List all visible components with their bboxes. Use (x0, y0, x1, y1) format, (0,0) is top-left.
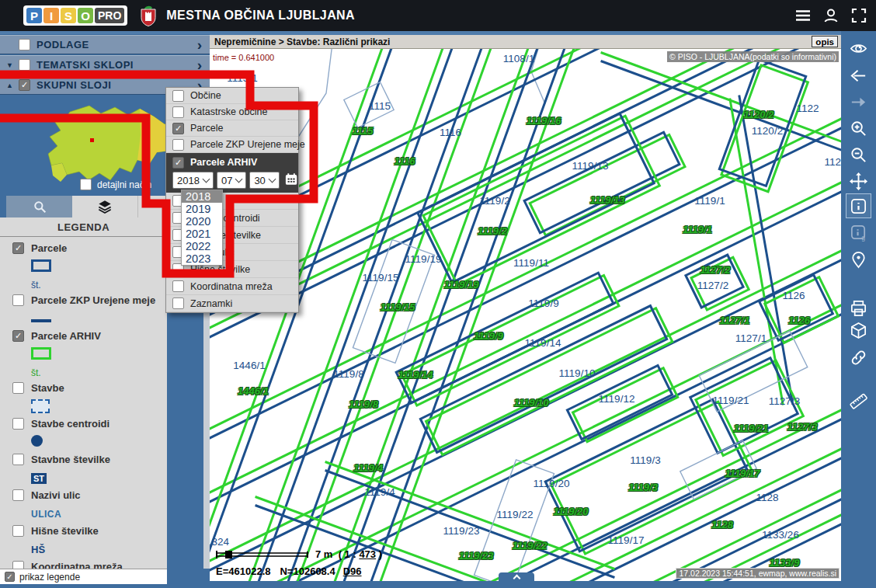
menu-item-label: Katastrske občine (190, 106, 267, 117)
layer-checkbox[interactable] (172, 297, 184, 309)
menu-item-parcele-zkp-urejene-meje[interactable]: Parcele ZKP Urejene meje (166, 137, 298, 153)
menu-item-koordinatna-mreža[interactable]: Koordinatna mreža (166, 278, 298, 295)
legend-item: ✓Parcelešt. (0, 237, 167, 289)
year-option-2019[interactable]: 2019 (182, 203, 222, 215)
detail-mode-checkbox[interactable] (80, 179, 92, 190)
layer-swatch (31, 347, 167, 363)
expand-triangle-icon[interactable]: ▲ (6, 82, 19, 89)
layer-checkbox[interactable] (12, 294, 24, 306)
layer-label[interactable]: Parcele ARHIV (31, 330, 101, 342)
expand-triangle-icon[interactable]: ▼ (6, 61, 19, 69)
identify-group-icon[interactable]: g (846, 220, 871, 245)
show-legend-checkbox[interactable]: ✓ (5, 572, 15, 582)
pan-icon[interactable] (846, 169, 871, 193)
layer-swatch (31, 311, 167, 325)
layer-label[interactable]: Stavbe (31, 382, 64, 394)
map-panel-collapse-tab[interactable] (499, 572, 534, 582)
sidebar-section-podlage[interactable]: PODLAGE› (0, 35, 210, 54)
year-option-2018[interactable]: 2018 (182, 190, 222, 203)
layer-checkbox[interactable] (12, 418, 24, 430)
scale-bar-graphic (216, 550, 309, 559)
datum-link[interactable]: D96 (343, 565, 362, 577)
zoom-in-icon[interactable] (846, 116, 871, 141)
section-checkbox[interactable] (19, 39, 30, 50)
svg-text:g: g (861, 234, 865, 242)
map-viewport[interactable]: 1108/11113/1111511161119/131119/21119/11… (210, 31, 841, 588)
layer-checkbox[interactable] (172, 280, 184, 292)
chevron-down-icon (235, 175, 243, 183)
menu-item-parcele-arhiv[interactable]: ✓Parcele ARHIV20180730 (166, 153, 298, 193)
year-select[interactable]: 2018 (172, 172, 214, 189)
tab-layers[interactable] (72, 196, 137, 217)
legend-item-row: ✓Parcele (12, 242, 167, 254)
menu-item-katastrske-občine[interactable]: Katastrske občine (166, 104, 298, 120)
layer-checkbox[interactable] (12, 489, 24, 501)
layer-checkbox[interactable]: ✓ (172, 123, 184, 134)
detail-mode-label: detajlni način (97, 179, 151, 190)
scale-ratio-link[interactable]: 473 (359, 548, 376, 560)
layer-checkbox[interactable] (12, 561, 24, 569)
timestamp-badge: 17.02.2023 15:44:51, ewmap, www.realis.s… (676, 568, 840, 579)
user-icon[interactable] (822, 6, 840, 25)
tab-search[interactable] (6, 196, 72, 217)
layer-label[interactable]: Hišne številke (31, 525, 99, 537)
section-checkbox[interactable]: ✓ (19, 79, 30, 91)
layer-checkbox[interactable]: ✓ (12, 242, 24, 254)
layer-checkbox[interactable] (172, 106, 184, 118)
piso-logo[interactable]: PISOPRO (23, 5, 127, 26)
year-option-2022[interactable]: 2022 (182, 240, 222, 252)
month-select[interactable]: 07 (217, 172, 246, 189)
share-link-icon[interactable] (846, 345, 871, 370)
zoom-out-icon[interactable] (846, 142, 871, 167)
menu-item-label: Zaznamki (190, 298, 232, 309)
opis-button[interactable]: opis (812, 36, 838, 47)
fullscreen-icon[interactable] (850, 6, 868, 25)
chevron-down-icon (202, 175, 210, 183)
legend-item: Nazivi ulicULICA (0, 484, 167, 520)
sidebar-sections: PODLAGE›▼TEMATSKI SKLOPI›▲✓SKUPNI SLOJI› (0, 35, 210, 95)
history-forward-icon[interactable] (846, 89, 871, 114)
menu-item-parcele[interactable]: ✓Parcele (166, 120, 298, 137)
logo-letter-O: O (78, 8, 93, 23)
map-position-marker (90, 138, 94, 142)
identify-info-icon[interactable] (846, 193, 871, 218)
year-option-2023[interactable]: 2023 (182, 252, 222, 265)
layer-label[interactable]: Koordinatna mreža (31, 561, 123, 569)
layer-checkbox[interactable]: ✓ (172, 157, 184, 169)
menu-item-label: Parcele (190, 123, 223, 134)
sidebar-section-tematski-sklopi[interactable]: ▼TEMATSKI SKLOPI› (0, 55, 210, 75)
visibility-eye-icon[interactable] (846, 36, 871, 61)
legend-item: ✓Parcele ARHIVšt. (0, 325, 167, 377)
day-select[interactable]: 30 (249, 172, 279, 189)
year-option-2021[interactable]: 2021 (182, 228, 222, 240)
layer-label[interactable]: Nazivi ulic (31, 489, 81, 501)
layer-checkbox[interactable] (12, 525, 24, 537)
locate-pin-icon[interactable] (846, 246, 871, 271)
layer-label[interactable]: Stavbe centroidi (31, 418, 110, 430)
layer-checkbox[interactable] (12, 454, 24, 465)
layer-label[interactable]: Stavbne številke (31, 454, 110, 465)
section-label: TEMATSKI SKLOPI (36, 59, 134, 71)
menu-item-zaznamki[interactable]: Zaznamki (166, 295, 298, 312)
section-checkbox[interactable] (19, 59, 30, 71)
calendar-icon[interactable] (284, 172, 298, 188)
measure-ruler-icon[interactable] (846, 388, 871, 413)
menu-icon[interactable] (794, 6, 812, 25)
year-option-2020[interactable]: 2020 (182, 215, 222, 228)
menu-item-občine[interactable]: Občine (166, 88, 298, 104)
layer-checkbox[interactable] (12, 382, 24, 394)
menu-item-label: Koordinatna mreža (190, 281, 273, 292)
chevron-right-icon[interactable]: › (197, 57, 202, 73)
chevron-right-icon[interactable]: › (197, 37, 202, 53)
layer-checkbox[interactable]: ✓ (12, 330, 24, 342)
layer-label[interactable]: Parcele (31, 242, 67, 254)
layer-checkbox[interactable] (172, 139, 184, 151)
map-canvas[interactable] (210, 31, 841, 588)
view-3d-cube-icon[interactable] (846, 318, 871, 343)
layer-checkbox[interactable] (172, 90, 184, 102)
history-back-icon[interactable] (846, 63, 871, 88)
legend-item-row: Stavbne številke (12, 454, 167, 465)
layer-label[interactable]: Parcele ZKP Urejene meje (31, 294, 155, 306)
ljubljana-coat-of-arms-icon (140, 4, 157, 27)
logo-pro-suffix: PRO (95, 8, 124, 23)
